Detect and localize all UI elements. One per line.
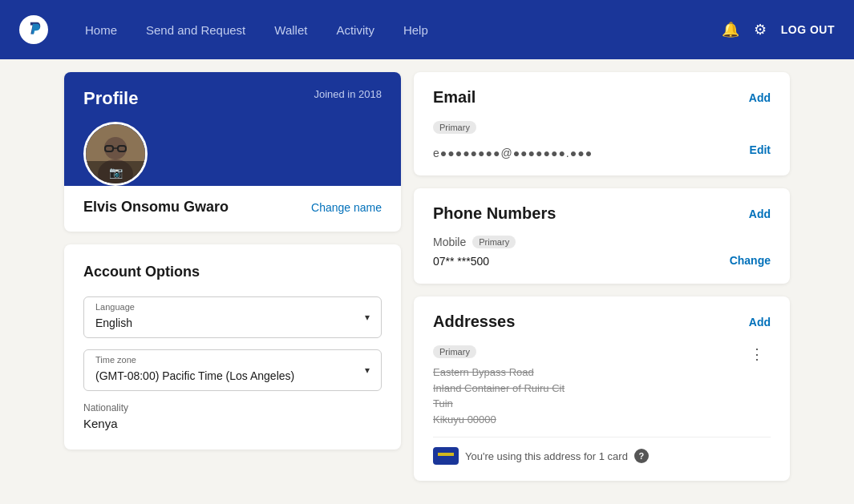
address-footer: You're using this address for 1 card ? xyxy=(433,437,771,465)
settings-button[interactable]: ⚙ xyxy=(754,21,767,38)
profile-card: Profile Joined in 2018 xyxy=(64,72,401,232)
nationality-label: Nationality xyxy=(83,402,382,413)
gear-icon: ⚙ xyxy=(754,21,767,38)
timezone-label: Time zone xyxy=(95,355,136,365)
account-options-title: Account Options xyxy=(83,264,382,280)
address-footer-text: You're using this address for 1 card xyxy=(465,450,628,462)
phone-info-row: 07** ***500 Change xyxy=(433,253,771,268)
email-blurred: e●●●●●●●●@●●●●●●●.●●● xyxy=(433,147,593,159)
email-card: Email Add Primary e●●●●●●●●@●●●●●●●.●●● … xyxy=(414,72,790,175)
profile-body: Elvis Onsomu Gwaro Change name xyxy=(64,186,401,232)
nav-send-request[interactable]: Send and Request xyxy=(135,17,257,43)
address-line1: Eastern Bypass Road xyxy=(433,365,565,381)
mobile-label: Mobile xyxy=(433,236,466,248)
timezone-value: (GMT-08:00) Pacific Time (Los Angeles) xyxy=(95,369,294,382)
addresses-add-link[interactable]: Add xyxy=(749,316,771,329)
help-icon[interactable]: ? xyxy=(634,449,649,463)
svg-rect-7 xyxy=(438,453,454,456)
avatar: 📷 xyxy=(83,122,148,186)
email-title: Email xyxy=(433,88,476,107)
addresses-card: Addresses Add Primary Eastern Bypass Roa… xyxy=(414,296,790,481)
phone-card-header: Phone Numbers Add xyxy=(433,204,771,223)
nationality-field: Nationality Kenya xyxy=(83,402,382,430)
phone-primary-badge: Primary xyxy=(472,236,516,248)
phone-title: Phone Numbers xyxy=(433,204,556,223)
avatar-overlay[interactable]: 📷 xyxy=(86,161,145,183)
address-content-row: Primary Eastern Bypass Road Inland Conta… xyxy=(433,344,771,427)
address-primary-badge: Primary xyxy=(433,345,476,358)
language-label: Language xyxy=(95,302,135,312)
card-icon xyxy=(433,447,459,465)
nav-help[interactable]: Help xyxy=(392,17,439,43)
timezone-dropdown[interactable]: Time zone (GMT-08:00) Pacific Time (Los … xyxy=(83,349,382,391)
email-add-link[interactable]: Add xyxy=(749,91,771,104)
chevron-down-icon-2: ▾ xyxy=(365,365,370,376)
chevron-down-icon: ▾ xyxy=(365,312,370,323)
address-details: Primary Eastern Bypass Road Inland Conta… xyxy=(433,344,565,427)
profile-name: Elvis Onsomu Gwaro xyxy=(83,199,229,216)
address-line2: Inland Container of Ruiru Cit xyxy=(433,381,565,397)
left-column: Profile Joined in 2018 xyxy=(64,72,401,481)
navbar: Home Send and Request Wallet Activity He… xyxy=(0,0,854,59)
notifications-button[interactable]: 🔔 xyxy=(722,21,739,38)
nav-wallet[interactable]: Wallet xyxy=(263,17,318,43)
nav-right: 🔔 ⚙ LOG OUT xyxy=(722,21,835,38)
email-card-header: Email Add xyxy=(433,88,771,107)
camera-icon: 📷 xyxy=(109,166,123,179)
language-dropdown[interactable]: Language English ▾ xyxy=(83,296,382,338)
profile-header: Profile Joined in 2018 xyxy=(64,72,401,186)
account-options-card: Account Options Language English ▾ Time … xyxy=(64,244,401,450)
email-edit-link[interactable]: Edit xyxy=(750,143,771,156)
profile-title: Profile xyxy=(83,88,138,109)
email-info-row: e●●●●●●●●@●●●●●●●.●●● Edit xyxy=(433,140,771,159)
nav-activity[interactable]: Activity xyxy=(325,17,386,43)
bell-icon: 🔔 xyxy=(722,21,739,38)
address-line4: Kikuyu 00000 xyxy=(433,412,565,428)
phone-badge-row: Mobile Primary xyxy=(433,236,771,248)
phone-change-link[interactable]: Change xyxy=(730,254,771,267)
addresses-title: Addresses xyxy=(433,312,515,331)
address-options-button[interactable]: ⋮ xyxy=(743,344,771,365)
logout-button[interactable]: LOG OUT xyxy=(781,23,835,36)
right-column: Email Add Primary e●●●●●●●●@●●●●●●●.●●● … xyxy=(414,72,790,481)
change-name-link[interactable]: Change name xyxy=(311,201,382,214)
language-value: English xyxy=(95,317,132,329)
nationality-value: Kenya xyxy=(83,417,382,430)
email-primary-badge: Primary xyxy=(433,121,476,134)
paypal-logo xyxy=(19,15,48,44)
joined-text: Joined in 2018 xyxy=(314,88,382,100)
nav-home[interactable]: Home xyxy=(74,17,128,43)
phone-card: Phone Numbers Add Mobile Primary 07** **… xyxy=(414,188,790,284)
address-line3: Tuin xyxy=(433,396,565,412)
addresses-card-header: Addresses Add xyxy=(433,312,771,331)
phone-number: 07** ***500 xyxy=(433,255,489,268)
phone-add-link[interactable]: Add xyxy=(749,208,771,220)
main-content: Profile Joined in 2018 xyxy=(0,59,854,494)
nav-links: Home Send and Request Wallet Activity He… xyxy=(74,17,722,43)
